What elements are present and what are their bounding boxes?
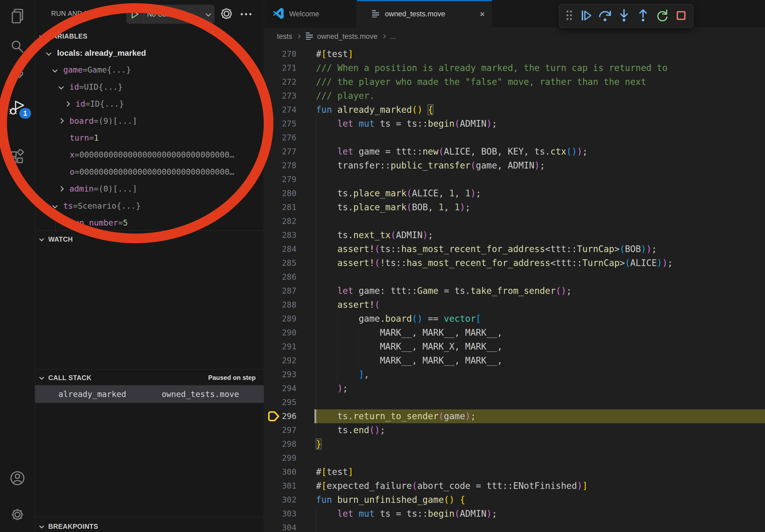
activity-bar-item-explorer[interactable] [0,4,35,30]
code-line-287[interactable]: 287 let game: ttt::Game = ts.take_from_s… [264,284,765,298]
breakpoints-section-header[interactable]: BREAKPOINTS [35,520,264,532]
toolbar-drag-grip[interactable] [562,7,575,25]
code-line-285[interactable]: 285 assert!(!ts::has_most_recent_for_add… [264,256,765,270]
line-number[interactable]: 290 [264,326,297,340]
code-line-272[interactable]: 272/// the player who made the "false" m… [264,75,765,89]
code-line-275[interactable]: 275 let mut ts = ts::begin(ADMIN); [264,117,765,131]
line-number[interactable]: 285 [264,256,297,270]
activity-bar-item-search[interactable] [0,34,35,60]
activity-bar-item-run-and-debug[interactable]: 1 [0,96,35,121]
code-line-290[interactable]: 290 MARK__, MARK__, MARK__, [264,326,765,340]
breadcrumb-symbol[interactable]: ... [390,32,396,41]
code-line-299[interactable]: 299 [264,451,765,465]
code-line-271[interactable]: 271/// When a position is already marked… [264,61,765,75]
close-icon[interactable]: × [479,9,485,19]
line-number[interactable]: 289 [264,312,297,326]
line-number[interactable]: 277 [264,145,297,158]
start-debug-button[interactable] [127,5,143,23]
activity-bar-item-extensions[interactable] [0,144,35,170]
breadcrumb-file[interactable]: owned_tests.move [317,32,378,41]
watch-section-header[interactable]: WATCH [35,232,264,246]
line-number[interactable]: 295 [264,396,297,409]
code-line-296[interactable]: 296 ts.return_to_sender(game); [264,409,765,423]
line-number[interactable]: 273 [264,89,297,103]
line-number[interactable]: 301 [264,479,297,493]
call-stack-section-header[interactable]: CALL STACK Paused on step [35,371,264,385]
code-line-286[interactable]: 286 [264,270,765,284]
code-line-301[interactable]: 301#[expected_failure(abort_code = ttt::… [264,479,765,493]
variable-row-admin[interactable]: admin = (0)[...] [35,180,264,197]
variable-row-scope[interactable]: locals: already_marked [35,45,264,61]
line-number[interactable]: 278 [264,158,297,172]
code-line-300[interactable]: 300#[test] [264,465,765,479]
call-stack-frame[interactable]: already_marked owned_tests.move [35,385,264,403]
line-number[interactable]: 274 [264,103,297,117]
line-number[interactable]: 284 [264,242,297,256]
code-line-273[interactable]: 273/// player. [264,89,765,103]
code-line-283[interactable]: 283 ts.next_tx(ADMIN); [264,228,765,242]
code-line-294[interactable]: 294 ); [264,382,765,396]
debug-step-out-button[interactable] [634,7,652,25]
code-line-295[interactable]: 295 [264,396,765,409]
line-number[interactable]: 287 [264,284,297,298]
line-number[interactable]: 293 [264,368,297,382]
line-number[interactable]: 282 [264,214,297,228]
line-number[interactable]: 291 [264,340,297,354]
line-number[interactable]: 275 [264,117,297,131]
line-number[interactable]: 299 [264,451,297,465]
code-line-293[interactable]: 293 ], [264,368,765,382]
line-number[interactable]: 281 [264,200,297,214]
code-line-274[interactable]: 274fun already_marked() { [264,103,765,117]
line-number[interactable]: 304 [264,521,297,532]
variable-row-ts[interactable]: ts = Scenario{...} [35,197,264,214]
code-line-298[interactable]: 298} [264,437,765,451]
line-number[interactable]: 303 [264,507,297,521]
variable-row-txn_number[interactable]: txn_number = 5 [35,214,264,231]
views-more-actions-button[interactable] [238,6,254,23]
line-number[interactable]: 300 [264,465,297,479]
line-number[interactable]: 272 [264,75,297,89]
code-line-303[interactable]: 303 let mut ts = ts::begin(ADMIN); [264,507,765,521]
line-number[interactable]: 276 [264,131,297,145]
variable-row-id[interactable]: id = UID{...} [35,79,264,95]
variables-section-header[interactable]: VARIABLES [35,30,264,43]
debug-step-into-button[interactable] [615,7,633,25]
activity-bar-item-account[interactable] [0,466,35,492]
line-number[interactable]: 286 [264,270,297,284]
line-number[interactable]: 297 [264,423,297,437]
variable-row-board[interactable]: board = (9)[...] [35,113,264,130]
code-line-304[interactable]: 304 [264,521,765,532]
code-line-289[interactable]: 289 game.board() == vector[ [264,312,765,326]
tab-owned-tests-move[interactable]: owned_tests.move × [357,0,492,28]
line-number[interactable]: 279 [264,172,297,186]
code-line-292[interactable]: 292 MARK__, MARK__, MARK__, [264,354,765,368]
line-number[interactable]: 288 [264,298,297,312]
code-line-270[interactable]: 270#[test] [264,47,765,61]
debug-stop-button[interactable] [672,7,690,25]
code-line-302[interactable]: 302fun burn_unfinished_game() { [264,493,765,507]
line-number[interactable]: 270 [264,47,297,61]
line-number[interactable]: 298 [264,437,297,451]
code-line-279[interactable]: 279 [264,172,765,186]
code-line-288[interactable]: 288 assert!( [264,298,765,312]
line-number[interactable]: 283 [264,228,297,242]
code-line-297[interactable]: 297 ts.end(); [264,423,765,437]
variable-row-o[interactable]: o = 0000000000000000000000000000000… [35,163,264,180]
tab-welcome[interactable]: Welcome [264,0,357,28]
code-line-291[interactable]: 291 MARK__, MARK_X, MARK__, [264,340,765,354]
variable-row-x[interactable]: x = 0000000000000000000000000000000… [35,146,264,163]
debug-config-dropdown[interactable]: No Configur [127,5,215,24]
activity-bar-item-source-control[interactable] [0,64,35,90]
debug-continue-button[interactable] [577,7,594,25]
activity-bar-item-settings[interactable] [0,502,35,528]
code-line-276[interactable]: 276 [264,131,765,145]
code-line-284[interactable]: 284 assert!(ts::has_most_recent_for_addr… [264,242,765,256]
code-line-280[interactable]: 280 ts.place_mark(ALICE, 1, 1); [264,186,765,200]
code-line-277[interactable]: 277 let game = ttt::new(ALICE, BOB, KEY,… [264,145,765,158]
variable-row-id[interactable]: id = ID{...} [35,95,264,112]
line-number[interactable]: 271 [264,61,297,75]
breadcrumb-tests[interactable]: tests [277,32,292,41]
code-line-278[interactable]: 278 transfer::public_transfer(game, ADMI… [264,158,765,172]
code-line-281[interactable]: 281 ts.place_mark(BOB, 1, 1); [264,200,765,214]
variable-row-game[interactable]: game = Game{...} [35,61,264,78]
